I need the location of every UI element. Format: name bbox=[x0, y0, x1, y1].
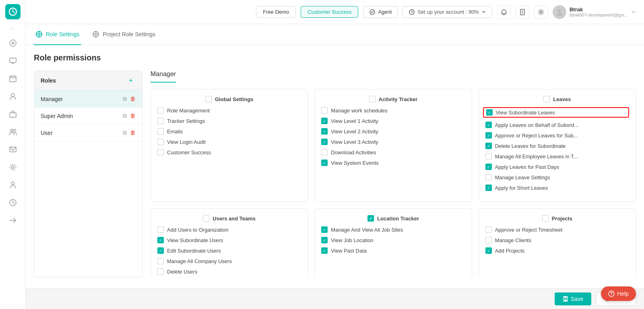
sidebar-icon-send[interactable] bbox=[5, 213, 21, 228]
svg-rect-6 bbox=[10, 76, 16, 82]
perm-view-level1-checkbox[interactable]: ✓ bbox=[321, 118, 328, 124]
perm-apply-leaves-past-days-checkbox[interactable]: ✓ bbox=[485, 164, 492, 170]
role-actions-user: ⧉ 🗑 bbox=[123, 129, 136, 136]
svg-point-12 bbox=[10, 129, 13, 132]
perm-manage-clients-checkbox[interactable] bbox=[485, 237, 492, 243]
agent-button[interactable]: Agent bbox=[363, 6, 398, 18]
role-item-super-admin[interactable]: Super Admin ⧉ 🗑 bbox=[34, 108, 142, 124]
perm-item-manage-all-company-users: Manage All Company Users bbox=[157, 258, 301, 264]
document-button[interactable] bbox=[516, 5, 529, 19]
sidebar-icon-activity[interactable] bbox=[5, 35, 21, 51]
user-menu[interactable]: Btrak btrak607-development@gm... bbox=[553, 5, 636, 19]
sidebar-icon-person[interactable] bbox=[5, 177, 21, 193]
role-item-user[interactable]: User ⧉ 🗑 bbox=[34, 124, 142, 141]
perm-emails-checkbox[interactable] bbox=[157, 128, 164, 135]
perm-view-level3-checkbox[interactable]: ✓ bbox=[321, 139, 328, 145]
perm-manage-all-employee-leaves-checkbox[interactable] bbox=[485, 153, 492, 160]
perm-leaves-header-checkbox[interactable] bbox=[543, 96, 550, 102]
perm-add-projects-checkbox[interactable]: ✓ bbox=[485, 247, 492, 254]
alert-button[interactable] bbox=[497, 5, 511, 19]
perm-approve-reject-timesheet-label: Approve or Reject Timesheet bbox=[495, 227, 563, 233]
perm-users-teams-title: Users and Teams bbox=[213, 216, 256, 222]
role-name-user: User bbox=[41, 130, 53, 136]
tab-role-settings[interactable]: Role Settings bbox=[34, 24, 81, 45]
perm-item-view-level2: ✓ View Level 2 Activity bbox=[321, 128, 465, 135]
perm-group-users-teams-header: Users and Teams bbox=[157, 215, 301, 222]
perm-delete-leaves-subordinate-checkbox[interactable]: ✓ bbox=[485, 143, 492, 149]
customer-success-button[interactable]: Customer Success bbox=[301, 6, 358, 18]
perm-group-users-teams: Users and Teams Add Users to Organizatio… bbox=[151, 208, 308, 277]
perm-add-users-label: Add Users to Organization bbox=[167, 227, 228, 233]
perm-item-emails: Emails bbox=[157, 128, 301, 135]
perm-delete-leaves-subordinate-label: Delete Leaves for Subordinate bbox=[495, 143, 566, 149]
gear-button[interactable] bbox=[534, 5, 548, 19]
perm-view-subordinate-users-checkbox[interactable]: ✓ bbox=[157, 237, 164, 243]
perm-role-management-checkbox[interactable] bbox=[157, 107, 164, 114]
perm-view-job-location-label: View Job Location bbox=[331, 237, 373, 243]
perm-item-manage-view-job-sites: ✓ Manage And View All Job Sites bbox=[321, 226, 465, 233]
sidebar-icon-briefcase[interactable] bbox=[5, 106, 21, 122]
perm-approve-reject-timesheet-checkbox[interactable] bbox=[485, 226, 492, 233]
perm-download-activities-checkbox[interactable] bbox=[321, 149, 328, 156]
perm-global-settings-header-checkbox[interactable] bbox=[205, 96, 212, 102]
perm-approve-reject-leaves-checkbox[interactable]: ✓ bbox=[485, 132, 492, 139]
perm-view-level3-label: View Level 3 Activity bbox=[331, 139, 378, 145]
copy-role-super-admin[interactable]: ⧉ bbox=[123, 112, 127, 119]
app-logo[interactable] bbox=[5, 4, 21, 19]
help-button[interactable]: Help bbox=[601, 286, 636, 301]
perm-delete-users-checkbox[interactable] bbox=[157, 268, 164, 275]
perm-group-leaves-header: Leaves bbox=[485, 96, 629, 102]
perm-customer-success-checkbox[interactable] bbox=[157, 149, 164, 156]
perm-view-past-data-checkbox[interactable]: ✓ bbox=[321, 247, 328, 254]
role-item-manager[interactable]: Manager ⧉ 🗑 bbox=[34, 91, 142, 108]
perm-view-subordinate-leaves-checkbox[interactable]: ✓ bbox=[486, 109, 493, 116]
perm-view-system-events-checkbox[interactable]: ✓ bbox=[321, 160, 328, 166]
perm-group-leaves: Leaves ✓ View Subordinate Leaves ✓ Apply… bbox=[479, 89, 636, 202]
perm-tracker-settings-checkbox[interactable] bbox=[157, 118, 164, 124]
perm-view-subordinate-leaves-label: View Subordinate Leaves bbox=[496, 110, 555, 116]
perm-view-login-audit-checkbox[interactable] bbox=[157, 139, 164, 145]
perm-item-approve-reject-timesheet: Approve or Reject Timesheet bbox=[485, 226, 629, 233]
perm-item-view-past-data: ✓ View Past Data bbox=[321, 247, 465, 254]
perm-group-activity-tracker: Activity Tracker Manage work schedules ✓… bbox=[314, 89, 472, 202]
add-role-button[interactable]: + bbox=[126, 76, 136, 85]
perm-add-projects-label: Add Projects bbox=[495, 248, 525, 254]
free-demo-button[interactable]: Free Demo bbox=[256, 6, 296, 18]
perm-manage-view-job-sites-checkbox[interactable]: ✓ bbox=[321, 226, 328, 233]
sidebar-icon-user[interactable] bbox=[5, 89, 21, 104]
perm-manage-all-employee-leaves-label: Manage All Employee Leaves in T... bbox=[495, 153, 578, 160]
copy-role-user[interactable]: ⧉ bbox=[123, 129, 127, 136]
setup-button[interactable]: Set up your account : 90% bbox=[402, 6, 492, 18]
perm-projects-header-checkbox[interactable] bbox=[542, 215, 549, 222]
sidebar-icon-team[interactable] bbox=[5, 124, 21, 139]
sidebar-icon-mail[interactable] bbox=[5, 142, 21, 157]
delete-role-user[interactable]: 🗑 bbox=[130, 129, 136, 136]
delete-role-super-admin[interactable]: 🗑 bbox=[130, 112, 136, 119]
perm-manage-work-schedules-checkbox[interactable] bbox=[321, 107, 328, 114]
svg-rect-11 bbox=[10, 113, 16, 117]
tab-project-role-settings[interactable]: Project Role Settings bbox=[91, 24, 157, 45]
perm-apply-leaves-behalf-checkbox[interactable]: ✓ bbox=[485, 122, 492, 128]
perm-activity-tracker-header-checkbox[interactable] bbox=[369, 96, 376, 102]
perm-view-job-location-checkbox[interactable]: ✓ bbox=[321, 237, 328, 243]
delete-role-manager[interactable]: 🗑 bbox=[130, 95, 136, 102]
perm-view-level2-checkbox[interactable]: ✓ bbox=[321, 128, 328, 135]
perm-location-tracker-header-checkbox[interactable]: ✓ bbox=[367, 215, 374, 222]
perm-manage-leave-settings-checkbox[interactable] bbox=[485, 174, 492, 180]
perm-approve-reject-leaves-label: Approve or Reject Leaves for Sub... bbox=[495, 133, 578, 139]
sidebar-icon-clock[interactable] bbox=[5, 195, 21, 210]
perm-users-teams-header-checkbox[interactable] bbox=[203, 215, 209, 222]
sidebar-icon-settings[interactable] bbox=[5, 160, 21, 175]
perm-apply-short-leaves-checkbox[interactable]: ✓ bbox=[485, 185, 492, 191]
svg-point-28 bbox=[38, 33, 40, 35]
sidebar-dots: ··· bbox=[10, 25, 15, 31]
perm-manage-all-company-users-checkbox[interactable] bbox=[157, 258, 164, 264]
perm-manage-work-schedules-label: Manage work schedules bbox=[331, 108, 387, 114]
sidebar-icon-monitor[interactable] bbox=[5, 53, 21, 68]
save-button[interactable]: Save bbox=[555, 292, 592, 305]
copy-role-manager[interactable]: ⧉ bbox=[123, 95, 127, 102]
perm-edit-subordinate-users-checkbox[interactable]: ✓ bbox=[157, 247, 164, 254]
perm-add-users-checkbox[interactable] bbox=[157, 226, 164, 233]
perm-view-past-data-label: View Past Data bbox=[331, 248, 367, 254]
sidebar-icon-calendar[interactable] bbox=[5, 71, 21, 86]
